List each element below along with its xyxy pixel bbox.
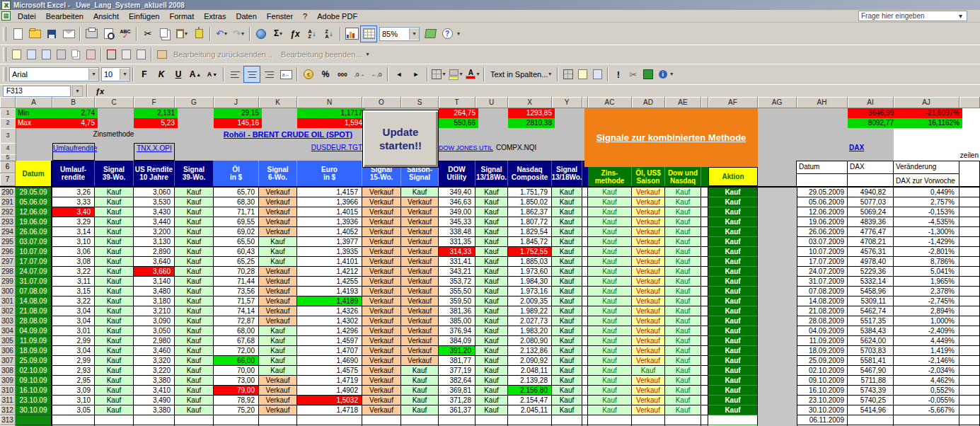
cell-t[interactable]: 385,00 [439,316,475,326]
mail-button[interactable] [60,25,77,42]
cell-d2[interactable]: 03.07.2009 [797,237,848,247]
cell-y[interactable]: Kauf [552,306,582,316]
cell-x[interactable]: 2.154,47 [508,396,552,405]
cell-ad[interactable]: Verkauf [632,316,665,326]
cell-c[interactable]: Kauf [95,257,134,267]
cell-g[interactable]: Kauf [175,336,214,346]
cell-ac[interactable]: Kauf [588,346,632,356]
cell-d2[interactable]: 30.10.2009 [797,405,848,415]
cell-j[interactable]: 65,70 [214,188,259,197]
table-header-end[interactable] [959,161,980,186]
cell-j[interactable]: 66,00 [214,356,259,366]
cell-af[interactable]: Kauf [708,217,758,227]
currency-button[interactable]: € [300,66,317,83]
cell-o[interactable]: Verkauf [362,207,401,217]
cell-c[interactable]: Kauf [95,306,134,316]
table-header-aktion[interactable]: Aktion [708,167,758,186]
column-letter-narrow[interactable] [959,97,980,108]
toolbar-grip[interactable] [3,27,6,41]
dax-link[interactable]: DAX [849,144,864,151]
column-letter-N[interactable]: N [297,97,362,108]
cell-sp[interactable] [701,346,708,356]
cell-chg[interactable]: 1,965% [894,277,959,287]
chevron-down-icon[interactable]: ▾ [120,69,129,80]
cell-af[interactable]: Kauf [708,306,758,316]
cell-min-dax-change[interactable]: -21,6097% [894,108,962,118]
cell-ac[interactable]: Kauf [588,396,632,405]
cell-c[interactable]: Kauf [95,247,134,257]
cell-chg[interactable]: -5,667% [894,405,959,415]
cell-o[interactable]: Verkauf [362,217,401,227]
cell-x[interactable]: 1.983,20 [508,326,552,336]
cell-af[interactable]: Kauf [708,277,758,287]
cell-g[interactable]: Kauf [175,346,214,356]
cell-dax[interactable]: 5703,83 [848,346,894,356]
undo-button[interactable]: ↶▾ [213,25,230,42]
column-letter-U[interactable]: U [475,97,508,108]
cell-c[interactable]: Kauf [95,326,134,336]
cell-ad[interactable]: Verkauf [632,336,665,346]
cell-af[interactable]: Kauf [708,405,758,415]
cell-eu[interactable]: 1,5032 [297,396,362,405]
cell-g[interactable]: Kauf [175,257,214,267]
cell-j[interactable]: 70,28 [214,267,259,277]
cell-k[interactable]: Kauf [259,326,297,336]
comment-edit-button[interactable] [575,67,590,82]
row-number[interactable]: 300 [0,287,16,297]
table-header-öl[interactable]: Ölin $ [214,161,259,186]
cell-j[interactable]: 69,02 [214,227,259,237]
row-number[interactable]: 299 [0,277,16,287]
cell-end[interactable] [959,396,980,405]
cell-k[interactable]: Kauf [259,346,297,356]
cell-dax[interactable] [848,415,894,425]
cell-t[interactable]: 343,21 [439,267,475,277]
cell-a[interactable]: 02.10.09 [16,366,52,376]
cell-ad[interactable]: Verkauf [632,267,665,277]
chevron-down-icon[interactable]: ▾ [442,71,445,77]
table-header-dax[interactable]: DAX [847,161,894,186]
cell-end[interactable] [959,267,980,277]
cell-min-dow-utility[interactable]: 264,75 [439,108,478,118]
cell-chg[interactable]: -2,034% [894,366,959,376]
cell-chg[interactable]: 4,462% [894,376,959,386]
cell-a[interactable]: 18.09.09 [16,346,52,356]
column-letter-AG[interactable]: AG [758,97,797,108]
cell-chg[interactable]: -0,153% [894,207,959,217]
cell-x[interactable]: 1.752,55 [508,247,552,257]
menu-ansicht[interactable]: Ansicht [88,11,124,22]
cell-f[interactable]: 3,130 [134,237,175,247]
row-number[interactable]: 4 [0,143,16,155]
cell-a[interactable]: 26.06.09 [16,227,52,237]
cell-t[interactable]: 377,19 [439,366,475,376]
cell-ag[interactable] [758,366,797,376]
cell-b[interactable]: 3,08 [52,257,95,267]
cell-eu[interactable]: 1,4255 [297,277,362,287]
cell-s[interactable]: Verkauf [401,207,439,217]
cell-min-us-rendite[interactable]: 2,131 [134,108,178,118]
cell-u[interactable]: Kauf [475,396,508,405]
row-number[interactable]: 5 [0,154,16,161]
cell-eu[interactable]: 1,4707 [297,346,362,356]
cell-ae[interactable]: Kauf [665,405,701,415]
chevron-down-icon[interactable]: ▾ [459,71,462,77]
cell-c[interactable]: Kauf [95,366,134,376]
cell-y[interactable]: Kauf [552,366,582,376]
cell-ag[interactable] [758,386,797,396]
cell-ag[interactable] [758,227,797,237]
cell-z[interactable] [582,326,588,336]
cell-b[interactable]: 3,14 [52,227,95,237]
cell-o[interactable]: Verkauf [362,247,401,257]
cell-s[interactable]: Verkauf [401,297,439,306]
cell-ac[interactable]: Kauf [588,366,632,376]
cell-u[interactable]: Kauf [475,207,508,217]
cell-f[interactable]: 3,380 [134,376,175,386]
cell-sp[interactable] [701,247,708,257]
cell-c[interactable]: Kauf [95,297,134,306]
cell-s[interactable]: Kauf [401,188,439,197]
column-letter-AJ[interactable]: AJ [894,97,959,108]
cell-u[interactable] [475,415,508,425]
cell-s[interactable]: Kauf [401,366,439,376]
cell-k[interactable]: Verkauf [259,297,297,306]
next-comment-button[interactable] [39,47,54,62]
font-name-combobox[interactable]: Arial ▾ [9,67,99,81]
